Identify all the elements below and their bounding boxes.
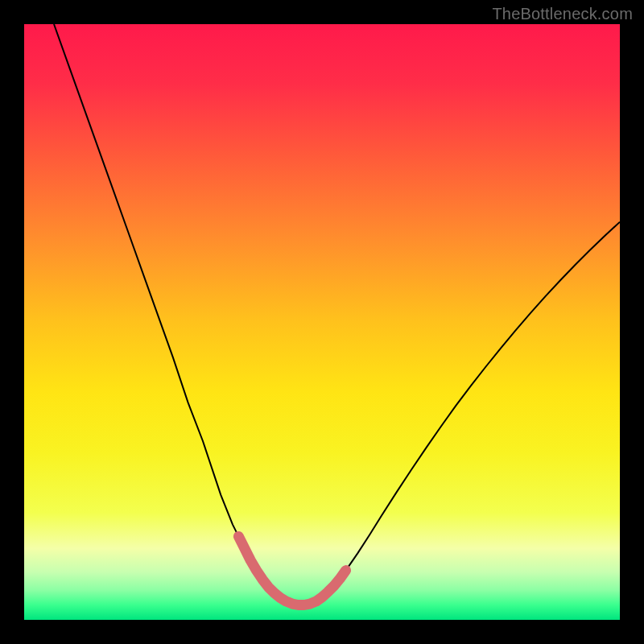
watermark-text: TheBottleneck.com [492,5,633,23]
gradient-background [24,24,620,620]
chart-frame: TheBottleneck.com [0,0,644,644]
chart-svg [24,24,620,620]
plot-area [24,24,620,620]
